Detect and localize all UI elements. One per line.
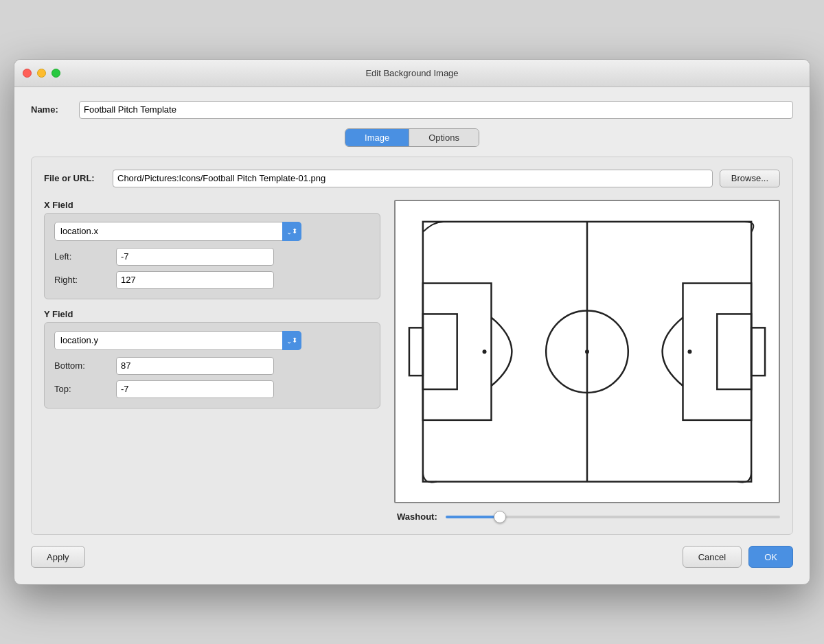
titlebar: Edit Background Image bbox=[14, 60, 810, 87]
y-bottom-label: Bottom: bbox=[54, 360, 116, 371]
y-top-label: Top: bbox=[54, 384, 116, 394]
x-field-section: location.x ⬍ Left: Ri bbox=[44, 213, 380, 299]
ok-button[interactable]: OK bbox=[748, 546, 793, 568]
y-field-section: location.y ⬍ Bottom: bbox=[44, 322, 380, 409]
right-col: Washout: bbox=[394, 200, 780, 522]
x-right-input[interactable] bbox=[116, 271, 274, 289]
file-label: File or URL: bbox=[44, 173, 106, 183]
y-field-section-label: Y Field bbox=[44, 309, 73, 319]
browse-button[interactable]: Browse... bbox=[720, 170, 780, 187]
x-field-select[interactable]: location.x bbox=[54, 222, 301, 241]
y-field-select[interactable]: location.y bbox=[54, 331, 301, 350]
svg-point-12 bbox=[687, 349, 691, 354]
file-input[interactable] bbox=[113, 170, 713, 187]
y-field-label-outer: Y Field bbox=[44, 309, 380, 319]
x-right-label: Right: bbox=[54, 275, 116, 285]
svg-point-4 bbox=[585, 349, 589, 354]
bottom-right: Cancel OK bbox=[683, 546, 793, 568]
traffic-lights bbox=[23, 69, 60, 78]
x-left-label: Left: bbox=[54, 251, 116, 262]
x-dropdown-row: location.x ⬍ bbox=[54, 222, 370, 241]
y-bottom-input[interactable] bbox=[116, 357, 274, 375]
y-top-row: Top: bbox=[54, 380, 370, 398]
y-top-input[interactable] bbox=[116, 380, 274, 398]
cancel-button[interactable]: Cancel bbox=[683, 546, 742, 568]
y-select-wrapper: location.y ⬍ bbox=[54, 331, 301, 350]
name-input[interactable] bbox=[79, 101, 793, 119]
y-dropdown-row: location.y ⬍ bbox=[54, 331, 370, 350]
tabs-row: Image Options bbox=[31, 128, 793, 147]
tab-image[interactable]: Image bbox=[345, 129, 409, 146]
apply-button[interactable]: Apply bbox=[31, 546, 85, 568]
washout-row: Washout: bbox=[394, 511, 780, 522]
x-right-row: Right: bbox=[54, 271, 370, 289]
minimize-button[interactable] bbox=[37, 69, 46, 78]
name-label: Name: bbox=[31, 104, 72, 115]
x-field-label-outer: X Field bbox=[44, 200, 380, 210]
maximize-button[interactable] bbox=[52, 69, 60, 78]
x-left-input[interactable] bbox=[116, 248, 274, 266]
edit-background-window: Edit Background Image Name: Image Option… bbox=[14, 59, 810, 585]
two-col: X Field location.x ⬍ bbox=[44, 200, 780, 522]
x-left-row: Left: bbox=[54, 248, 370, 266]
pitch-svg bbox=[396, 201, 779, 502]
washout-slider[interactable] bbox=[446, 516, 780, 518]
tab-group: Image Options bbox=[345, 128, 479, 147]
window-title: Edit Background Image bbox=[365, 68, 458, 78]
bottom-left: Apply bbox=[31, 546, 85, 568]
washout-label: Washout: bbox=[397, 511, 437, 522]
x-field-section-label: X Field bbox=[44, 200, 73, 210]
tab-options[interactable]: Options bbox=[409, 129, 479, 146]
close-button[interactable] bbox=[23, 69, 32, 78]
bottom-bar: Apply Cancel OK bbox=[31, 535, 793, 571]
x-select-wrapper: location.x ⬍ bbox=[54, 222, 301, 241]
file-row: File or URL: Browse... bbox=[44, 170, 780, 187]
left-col: X Field location.x ⬍ bbox=[44, 200, 380, 522]
name-row: Name: bbox=[31, 101, 793, 119]
y-bottom-row: Bottom: bbox=[54, 357, 370, 375]
window-content: Name: Image Options File or URL: Browse.… bbox=[14, 87, 810, 584]
pitch-preview bbox=[394, 200, 780, 503]
svg-point-8 bbox=[483, 349, 487, 354]
main-panel: File or URL: Browse... X Field bbox=[31, 157, 793, 535]
